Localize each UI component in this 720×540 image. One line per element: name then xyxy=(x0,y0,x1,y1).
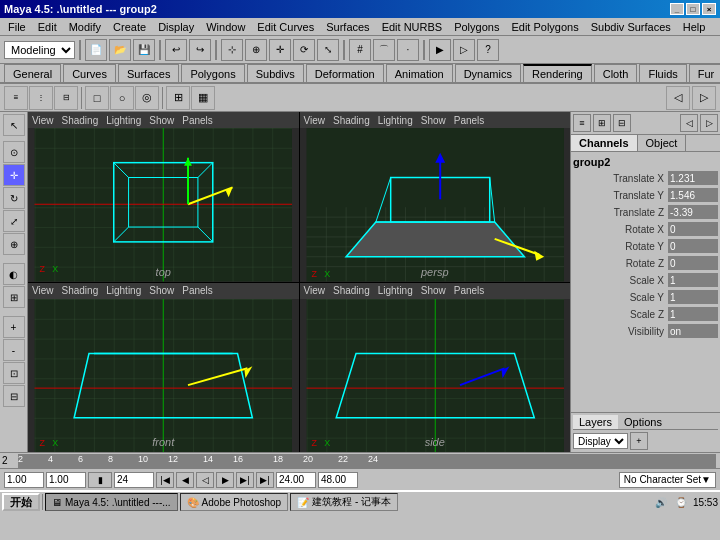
menu-help[interactable]: Help xyxy=(677,20,712,34)
viewport-side-content[interactable]: Z X side xyxy=(300,299,571,453)
menu-edit-curves[interactable]: Edit Curves xyxy=(251,20,320,34)
save-button[interactable]: 💾 xyxy=(133,39,155,61)
vp-side-panels[interactable]: Panels xyxy=(454,285,485,296)
scale-tool[interactable]: ⤢ xyxy=(3,210,25,232)
move-button[interactable]: ✛ xyxy=(269,39,291,61)
select-button[interactable]: ⊹ xyxy=(221,39,243,61)
ipr-button[interactable]: ▷ xyxy=(453,39,475,61)
channel-translate-x-value[interactable]: 1.231 xyxy=(668,171,718,185)
vp-front-view[interactable]: View xyxy=(32,285,54,296)
menu-edit[interactable]: Edit xyxy=(32,20,63,34)
channel-scale-y-value[interactable]: 1 xyxy=(668,290,718,304)
next-button[interactable]: ▷ xyxy=(692,86,716,110)
window-controls[interactable]: _ □ × xyxy=(670,3,716,15)
time-indicator[interactable]: ▮ xyxy=(88,472,112,488)
display-mode-3-button[interactable]: ⊟ xyxy=(54,86,78,110)
tab-polygons[interactable]: Polygons xyxy=(181,64,244,82)
vp-persp-show[interactable]: Show xyxy=(421,115,446,126)
viewport-front-content[interactable]: Z X front xyxy=(28,299,299,453)
start-button[interactable]: 开始 xyxy=(2,493,40,511)
menu-edit-nurbs[interactable]: Edit NURBS xyxy=(376,20,449,34)
fps-field[interactable] xyxy=(318,472,358,488)
wireframe-button[interactable]: □ xyxy=(85,86,109,110)
lasso-button[interactable]: ⊕ xyxy=(245,39,267,61)
channel-rotate-z-value[interactable]: 0 xyxy=(668,256,718,270)
tab-fluids[interactable]: Fluids xyxy=(639,64,686,82)
step-end-btn[interactable]: ▶| xyxy=(256,472,274,488)
rotate-button[interactable]: ⟳ xyxy=(293,39,315,61)
undo-button[interactable]: ↩ xyxy=(165,39,187,61)
tab-rendering[interactable]: Rendering xyxy=(523,64,592,82)
maximize-button[interactable]: □ xyxy=(686,3,700,15)
snap-curve-button[interactable]: ⌒ xyxy=(373,39,395,61)
vp-side-show[interactable]: Show xyxy=(421,285,446,296)
display-mode-1-button[interactable]: ≡ xyxy=(4,86,28,110)
layers-tab[interactable]: Layers xyxy=(573,415,618,429)
menu-create[interactable]: Create xyxy=(107,20,152,34)
rp-arrow-right-btn[interactable]: ▷ xyxy=(700,114,718,132)
tab-fur[interactable]: Fur xyxy=(689,64,720,82)
range-start-field[interactable] xyxy=(46,472,86,488)
plus-btn[interactable]: + xyxy=(3,316,25,338)
channel-scale-x-value[interactable]: 1 xyxy=(668,273,718,287)
step-back-btn[interactable]: ◀ xyxy=(176,472,194,488)
taskbar-maya[interactable]: 🖥 Maya 4.5: .\untitled ---... xyxy=(45,493,178,511)
vp-top-panels[interactable]: Panels xyxy=(182,115,213,126)
layers-add-btn[interactable]: + xyxy=(630,432,648,450)
tab-subdivs[interactable]: Subdivs xyxy=(247,64,304,82)
vp-side-shading[interactable]: Shading xyxy=(333,285,370,296)
new-scene-button[interactable]: 📄 xyxy=(85,39,107,61)
taskbar-photoshop[interactable]: 🎨 Adobe Photoshop xyxy=(180,493,289,511)
channel-translate-y-value[interactable]: 1.546 xyxy=(668,188,718,202)
play-back-btn[interactable]: ◁ xyxy=(196,472,214,488)
snap-point-button[interactable]: · xyxy=(397,39,419,61)
channels-tab[interactable]: Channels xyxy=(571,135,638,151)
tab-curves[interactable]: Curves xyxy=(63,64,116,82)
open-button[interactable]: 📂 xyxy=(109,39,131,61)
channel-translate-z-value[interactable]: -3.39 xyxy=(668,205,718,219)
smooth-button[interactable]: ○ xyxy=(110,86,134,110)
step-back-start-btn[interactable]: |◀ xyxy=(156,472,174,488)
timeline-track[interactable]: 2 4 6 8 10 12 14 16 18 20 22 24 xyxy=(18,454,716,468)
layout-4-button[interactable]: ⊞ xyxy=(166,86,190,110)
current-time-field[interactable] xyxy=(4,472,44,488)
vp-side-view[interactable]: View xyxy=(304,285,326,296)
menu-modify[interactable]: Modify xyxy=(63,20,107,34)
channel-scale-z-value[interactable]: 1 xyxy=(668,307,718,321)
channel-rotate-x-value[interactable]: 0 xyxy=(668,222,718,236)
menu-subdiv[interactable]: Subdiv Surfaces xyxy=(585,20,677,34)
soft-select-btn[interactable]: ◐ xyxy=(3,263,25,285)
vp-persp-view[interactable]: View xyxy=(304,115,326,126)
end-frame-field[interactable] xyxy=(276,472,316,488)
snap-grid-button[interactable]: # xyxy=(349,39,371,61)
object-tab[interactable]: Object xyxy=(638,135,687,151)
vp-side-lighting[interactable]: Lighting xyxy=(378,285,413,296)
render-view-button[interactable]: ▦ xyxy=(191,86,215,110)
play-forward-btn[interactable]: ▶ xyxy=(216,472,234,488)
transform-tool[interactable]: ⊕ xyxy=(3,233,25,255)
menu-file[interactable]: File xyxy=(2,20,32,34)
paint-tool[interactable]: ⊙ xyxy=(3,141,25,163)
close-button[interactable]: × xyxy=(702,3,716,15)
vp-top-lighting[interactable]: Lighting xyxy=(106,115,141,126)
render-button[interactable]: ▶ xyxy=(429,39,451,61)
menu-polygons[interactable]: Polygons xyxy=(448,20,505,34)
tab-cloth[interactable]: Cloth xyxy=(594,64,638,82)
move-tool[interactable]: ✛ xyxy=(3,164,25,186)
redo-button[interactable]: ↪ xyxy=(189,39,211,61)
layers-display-dropdown[interactable]: Display xyxy=(573,433,628,449)
vp-top-view[interactable]: View xyxy=(32,115,54,126)
vp-persp-lighting[interactable]: Lighting xyxy=(378,115,413,126)
minimize-button[interactable]: _ xyxy=(670,3,684,15)
tab-animation[interactable]: Animation xyxy=(386,64,453,82)
vp-front-panels[interactable]: Panels xyxy=(182,285,213,296)
range-current-field[interactable] xyxy=(114,472,154,488)
vp-front-shading[interactable]: Shading xyxy=(62,285,99,296)
vp-top-show[interactable]: Show xyxy=(149,115,174,126)
rotate-tool[interactable]: ↻ xyxy=(3,187,25,209)
vp-persp-shading[interactable]: Shading xyxy=(333,115,370,126)
frame-select-btn[interactable]: ⊟ xyxy=(3,385,25,407)
tab-surfaces[interactable]: Surfaces xyxy=(118,64,179,82)
menu-window[interactable]: Window xyxy=(200,20,251,34)
tab-dynamics[interactable]: Dynamics xyxy=(455,64,521,82)
